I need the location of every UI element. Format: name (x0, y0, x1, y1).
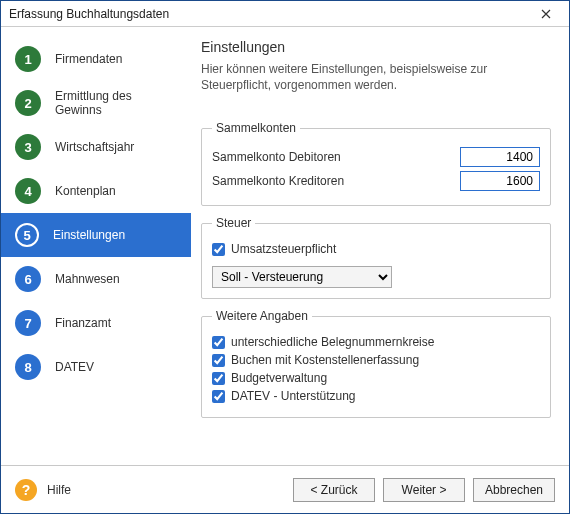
help-link[interactable]: ? Hilfe (15, 479, 71, 501)
checkbox-budgetverwaltung-label: Budgetverwaltung (231, 371, 327, 385)
legend-sammelkonten: Sammelkonten (212, 121, 300, 135)
checkbox-datev-wrap[interactable]: DATEV - Unterstützung (212, 389, 540, 403)
back-button[interactable]: < Zurück (293, 478, 375, 502)
step-wirtschaftsjahr[interactable]: 3 Wirtschaftsjahr (1, 125, 191, 169)
wizard-sidebar: 1 Firmendaten 2 Ermittlung des Gewinns 3… (1, 27, 191, 465)
step-label: Firmendaten (55, 52, 122, 66)
step-firmendaten[interactable]: 1 Firmendaten (1, 37, 191, 81)
step-datev[interactable]: 8 DATEV (1, 345, 191, 389)
label-sammelkonto-kreditoren: Sammelkonto Kreditoren (212, 174, 344, 188)
step-label: Ermittlung des Gewinns (55, 89, 181, 118)
checkbox-kostenstellen-label: Buchen mit Kostenstellenerfassung (231, 353, 419, 367)
titlebar: Erfassung Buchhaltungsdaten (1, 1, 569, 27)
checkbox-kostenstellen-wrap[interactable]: Buchen mit Kostenstellenerfassung (212, 353, 540, 367)
label-sammelkonto-debitoren: Sammelkonto Debitoren (212, 150, 341, 164)
step-einstellungen[interactable]: 5 Einstellungen (1, 213, 191, 257)
input-sammelkonto-debitoren[interactable] (460, 147, 540, 167)
legend-weitere-angaben: Weitere Angaben (212, 309, 312, 323)
checkbox-kostenstellen[interactable] (212, 354, 225, 367)
step-badge: 5 (15, 223, 39, 247)
step-badge: 4 (15, 178, 41, 204)
step-label: DATEV (55, 360, 94, 374)
checkbox-umsatzsteuerpflicht[interactable] (212, 243, 225, 256)
help-label: Hilfe (47, 483, 71, 497)
input-sammelkonto-kreditoren[interactable] (460, 171, 540, 191)
legend-steuer: Steuer (212, 216, 255, 230)
step-badge: 8 (15, 354, 41, 380)
checkbox-belegnummernkreise-label: unterschiedliche Belegnummernkreise (231, 335, 434, 349)
page-heading: Einstellungen (201, 39, 551, 55)
step-badge: 7 (15, 310, 41, 336)
window-title: Erfassung Buchhaltungsdaten (9, 7, 169, 21)
step-label: Kontenplan (55, 184, 116, 198)
step-label: Einstellungen (53, 228, 125, 242)
checkbox-umsatzsteuerpflicht-wrap[interactable]: Umsatzsteuerpflicht (212, 242, 540, 256)
checkbox-belegnummernkreise[interactable] (212, 336, 225, 349)
wizard-footer: ? Hilfe < Zurück Weiter > Abbrechen (1, 465, 569, 513)
checkbox-budgetverwaltung[interactable] (212, 372, 225, 385)
close-button[interactable] (529, 4, 563, 24)
step-label: Mahnwesen (55, 272, 120, 286)
next-button[interactable]: Weiter > (383, 478, 465, 502)
checkbox-umsatzsteuerpflicht-label: Umsatzsteuerpflicht (231, 242, 336, 256)
checkbox-belegnummernkreise-wrap[interactable]: unterschiedliche Belegnummernkreise (212, 335, 540, 349)
step-mahnwesen[interactable]: 6 Mahnwesen (1, 257, 191, 301)
step-label: Finanzamt (55, 316, 111, 330)
group-weitere-angaben: Weitere Angaben unterschiedliche Belegnu… (201, 309, 551, 418)
wizard-window: Erfassung Buchhaltungsdaten 1 Firmendate… (0, 0, 570, 514)
step-kontenplan[interactable]: 4 Kontenplan (1, 169, 191, 213)
wizard-content: Einstellungen Hier können weitere Einste… (191, 27, 569, 465)
dialog-body: 1 Firmendaten 2 Ermittlung des Gewinns 3… (1, 27, 569, 465)
select-versteuerung[interactable]: Soll - Versteuerung (212, 266, 392, 288)
step-ermittlung-gewinn[interactable]: 2 Ermittlung des Gewinns (1, 81, 191, 125)
help-icon: ? (15, 479, 37, 501)
checkbox-datev[interactable] (212, 390, 225, 403)
step-finanzamt[interactable]: 7 Finanzamt (1, 301, 191, 345)
close-icon (541, 9, 551, 19)
checkbox-budgetverwaltung-wrap[interactable]: Budgetverwaltung (212, 371, 540, 385)
cancel-button[interactable]: Abbrechen (473, 478, 555, 502)
step-badge: 1 (15, 46, 41, 72)
step-label: Wirtschaftsjahr (55, 140, 134, 154)
page-description: Hier können weitere Einstellungen, beisp… (201, 61, 551, 93)
checkbox-datev-label: DATEV - Unterstützung (231, 389, 356, 403)
step-badge: 2 (15, 90, 41, 116)
step-badge: 6 (15, 266, 41, 292)
group-sammelkonten: Sammelkonten Sammelkonto Debitoren Samme… (201, 121, 551, 206)
step-badge: 3 (15, 134, 41, 160)
group-steuer: Steuer Umsatzsteuerpflicht Soll - Verste… (201, 216, 551, 299)
